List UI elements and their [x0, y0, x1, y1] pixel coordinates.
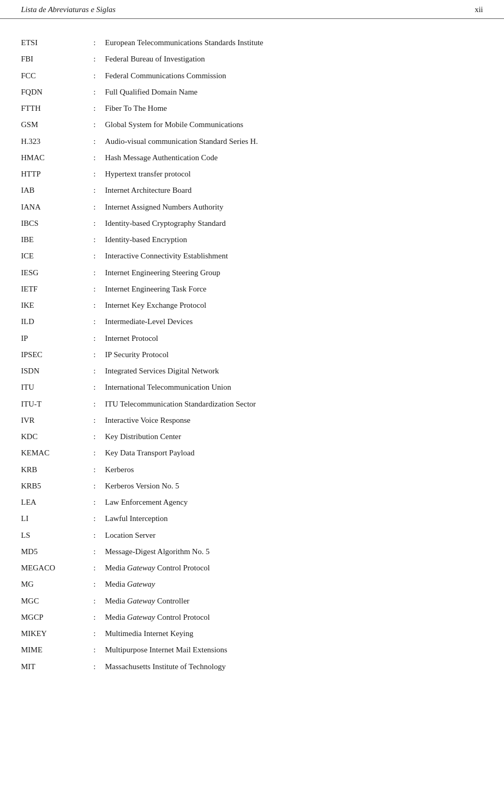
table-row: IKE:Internet Key Exchange Protocol — [21, 297, 483, 314]
abbreviation-cell: FBI — [21, 51, 84, 67]
colon-cell: : — [84, 396, 105, 412]
description-cell: Multipurpose Internet Mail Extensions — [105, 642, 483, 658]
colon-cell: : — [84, 659, 105, 675]
table-row: ITU:International Telecommunication Unio… — [21, 379, 483, 395]
description-cell: Federal Communications Commission — [105, 68, 483, 84]
abbreviation-cell: MGC — [21, 593, 84, 609]
abbreviation-cell: KRB5 — [21, 478, 84, 494]
table-row: IBE:Identity-based Encryption — [21, 232, 483, 248]
header-page-number: xii — [475, 5, 483, 14]
description-cell: Kerberos Version No. 5 — [105, 478, 483, 494]
description-cell: Message-Digest Algorithm No. 5 — [105, 544, 483, 560]
colon-cell: : — [84, 51, 105, 67]
colon-cell: : — [84, 84, 105, 100]
abbreviations-table: ETSI:European Telecommunications Standar… — [21, 35, 483, 675]
table-row: IAB:Internet Architecture Board — [21, 182, 483, 199]
colon-cell: : — [84, 544, 105, 560]
colon-cell: : — [84, 363, 105, 379]
description-cell: European Telecommunications Standards In… — [105, 35, 483, 51]
table-row: MGC:Media Gateway Controller — [21, 593, 483, 609]
description-cell: Internet Key Exchange Protocol — [105, 297, 483, 314]
description-cell: Audio-visual communication Standard Seri… — [105, 133, 483, 150]
colon-cell: : — [84, 412, 105, 429]
abbreviation-cell: IBCS — [21, 215, 84, 232]
description-cell: Kerberos — [105, 462, 483, 478]
table-row: H.323:Audio-visual communication Standar… — [21, 133, 483, 150]
abbreviation-cell: IAB — [21, 182, 84, 199]
colon-cell: : — [84, 166, 105, 182]
table-row: MG:Media Gateway — [21, 576, 483, 592]
description-cell: Massachusetts Institute of Technology — [105, 659, 483, 675]
colon-cell: : — [84, 494, 105, 511]
colon-cell: : — [84, 100, 105, 117]
description-cell: Key Distribution Center — [105, 429, 483, 445]
abbreviation-cell: HTTP — [21, 166, 84, 182]
abbreviation-cell: IETF — [21, 281, 84, 297]
colon-cell: : — [84, 133, 105, 150]
abbreviation-cell: LEA — [21, 494, 84, 511]
table-row: LS:Location Server — [21, 527, 483, 544]
colon-cell: : — [84, 560, 105, 576]
description-cell: Lawful Interception — [105, 511, 483, 527]
description-cell: International Telecommunication Union — [105, 379, 483, 395]
abbreviation-cell: ETSI — [21, 35, 84, 51]
table-row: FCC:Federal Communications Commission — [21, 68, 483, 84]
description-cell: Intermediate-Level Devices — [105, 314, 483, 330]
colon-cell: : — [84, 347, 105, 363]
main-content: ETSI:European Telecommunications Standar… — [0, 35, 504, 696]
description-cell: Multimedia Internet Keying — [105, 626, 483, 642]
colon-cell: : — [84, 150, 105, 166]
description-cell: Internet Architecture Board — [105, 182, 483, 199]
abbreviation-cell: MD5 — [21, 544, 84, 560]
description-cell: Media Gateway Control Protocol — [105, 609, 483, 626]
description-cell: Interactive Connectivity Establishment — [105, 248, 483, 264]
description-cell: Media Gateway Controller — [105, 593, 483, 609]
table-row: FQDN:Full Qualified Domain Name — [21, 84, 483, 100]
abbreviation-cell: KDC — [21, 429, 84, 445]
description-cell: Identity-based Cryptography Standard — [105, 215, 483, 232]
abbreviation-cell: LS — [21, 527, 84, 544]
header-title: Lista de Abreviaturas e Siglas — [21, 5, 116, 14]
table-row: MIT:Massachusetts Institute of Technolog… — [21, 659, 483, 675]
colon-cell: : — [84, 314, 105, 330]
page-header: Lista de Abreviaturas e Siglas xii — [0, 0, 504, 19]
table-row: KRB:Kerberos — [21, 462, 483, 478]
table-row: ISDN:Integrated Services Digital Network — [21, 363, 483, 379]
abbreviation-cell: ITU — [21, 379, 84, 395]
abbreviation-cell: HMAC — [21, 150, 84, 166]
colon-cell: : — [84, 527, 105, 544]
table-row: LEA:Law Enforcement Agency — [21, 494, 483, 511]
table-row: ICE:Interactive Connectivity Establishme… — [21, 248, 483, 264]
colon-cell: : — [84, 626, 105, 642]
abbreviation-cell: MIT — [21, 659, 84, 675]
abbreviation-cell: H.323 — [21, 133, 84, 150]
abbreviation-cell: ILD — [21, 314, 84, 330]
description-cell: Internet Engineering Steering Group — [105, 265, 483, 281]
abbreviation-cell: IP — [21, 330, 84, 347]
table-row: MGCP:Media Gateway Control Protocol — [21, 609, 483, 626]
abbreviation-cell: IBE — [21, 232, 84, 248]
colon-cell: : — [84, 232, 105, 248]
abbreviation-cell: FQDN — [21, 84, 84, 100]
table-row: FBI:Federal Bureau of Investigation — [21, 51, 483, 67]
colon-cell: : — [84, 35, 105, 51]
abbreviation-cell: IKE — [21, 297, 84, 314]
abbreviation-cell: MEGACO — [21, 560, 84, 576]
description-cell: Federal Bureau of Investigation — [105, 51, 483, 67]
description-cell: Media Gateway Control Protocol — [105, 560, 483, 576]
abbreviation-cell: KEMAC — [21, 445, 84, 461]
table-row: MEGACO:Media Gateway Control Protocol — [21, 560, 483, 576]
table-row: IBCS:Identity-based Cryptography Standar… — [21, 215, 483, 232]
description-cell: Internet Engineering Task Force — [105, 281, 483, 297]
colon-cell: : — [84, 182, 105, 199]
colon-cell: : — [84, 281, 105, 297]
colon-cell: : — [84, 68, 105, 84]
table-row: KEMAC:Key Data Transport Payload — [21, 445, 483, 461]
abbreviation-cell: ISDN — [21, 363, 84, 379]
description-cell: Fiber To The Home — [105, 100, 483, 117]
colon-cell: : — [84, 642, 105, 658]
abbreviation-cell: KRB — [21, 462, 84, 478]
table-row: MD5:Message-Digest Algorithm No. 5 — [21, 544, 483, 560]
table-row: IVR:Interactive Voice Response — [21, 412, 483, 429]
abbreviation-cell: IVR — [21, 412, 84, 429]
